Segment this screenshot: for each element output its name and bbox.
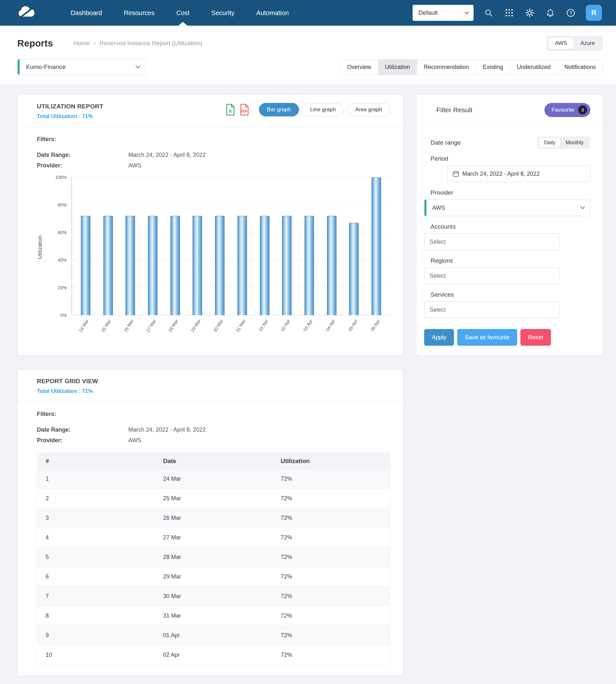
user-avatar[interactable]: R (586, 5, 602, 21)
table-cell: 72% (272, 625, 390, 645)
utilization-report-card: UTILIZATION REPORT Total Utilization : 7… (17, 94, 403, 356)
regions-select[interactable]: Select (424, 268, 559, 284)
table-header-row: #DateUtilization (37, 453, 390, 469)
nav-item-resources[interactable]: Resources (113, 0, 166, 26)
bar-graph-button[interactable]: Bar graph (259, 103, 299, 116)
chart-bar (148, 216, 157, 315)
toggle-azure[interactable]: Azure (574, 38, 601, 49)
chart-bars (72, 177, 390, 315)
accounts-select[interactable]: Select (424, 233, 559, 250)
reset-button[interactable]: Reset (521, 329, 551, 346)
chart-bar (372, 177, 381, 315)
notifications-bell-icon[interactable] (545, 7, 556, 18)
services-select[interactable]: Select (424, 301, 559, 318)
report-grid-view-card: REPORT GRID VIEW Total Utilization : 71%… (17, 369, 403, 676)
x-axis-label: 27 Mar (145, 318, 157, 333)
x-axis-label: 26 Mar (123, 318, 134, 333)
date-range-label: Date range (431, 139, 461, 146)
apply-button[interactable]: Apply (424, 329, 454, 346)
provider-value: AWS (128, 437, 141, 444)
toggle-aws[interactable]: AWS (548, 38, 573, 49)
y-tick-label: 0% (44, 313, 67, 318)
daily-button[interactable]: Daily (539, 138, 560, 148)
table-cell: 72% (272, 489, 390, 508)
table-cell: 4 (37, 528, 155, 547)
utilization-chart: Utilization 0%20%40%60%80%100% 24 Mar25 … (37, 177, 390, 343)
period-label: Period (431, 155, 590, 162)
tab-utilization[interactable]: Utilization (378, 60, 417, 75)
filters-heading: Filters: (37, 411, 390, 417)
line-graph-button[interactable]: Line graph (302, 103, 344, 116)
date-granularity-toggle: Daily Monthly (538, 137, 590, 149)
table-cell: 28 Mar (155, 547, 272, 567)
table-cell: 5 (37, 547, 155, 567)
tab-notifications[interactable]: Notifications (557, 60, 602, 75)
settings-gear-icon[interactable] (524, 7, 535, 18)
chart-bar (282, 216, 292, 315)
nav-item-dashboard[interactable]: Dashboard (60, 0, 113, 26)
report-table: #DateUtilization124 Mar72%225 Mar72%326 … (37, 453, 390, 665)
breadcrumb-home[interactable]: Home (73, 40, 90, 47)
table-cell: 10 (37, 645, 155, 664)
table-cell: 72% (272, 469, 390, 488)
table-cell: 1 (37, 469, 155, 488)
search-icon[interactable] (483, 7, 494, 18)
filters-heading: Filters: (37, 136, 390, 143)
y-tick-label: 80% (44, 202, 67, 207)
y-tick-label: 60% (44, 230, 67, 235)
date-range-value: March 24, 2022 - April 8, 2022 (128, 152, 206, 158)
area-graph-button[interactable]: Area graph (347, 103, 390, 116)
chevron-down-icon (465, 12, 469, 15)
nav-item-security[interactable]: Security (200, 0, 245, 26)
provider-label: Provider: (37, 162, 128, 169)
table-cell: 72% (272, 508, 390, 527)
breadcrumb: Home - Reserved Instance Report (Utiliza… (73, 40, 202, 47)
excel-export-icon[interactable]: X (225, 104, 235, 115)
page-header: Reports Home - Reserved Instance Report … (0, 26, 616, 85)
chevron-down-icon (580, 206, 585, 209)
breadcrumb-current: Reserved Instance Report (Utilization) (100, 40, 202, 47)
help-icon[interactable]: ? (565, 7, 576, 18)
table-row: 1002 Apr72% (37, 645, 390, 665)
tab-underutilized[interactable]: Underutilized (510, 60, 557, 75)
chart-bar (170, 216, 180, 315)
total-utilization: Total Utilization : 71% (37, 113, 103, 120)
nav-item-cost[interactable]: Cost (165, 0, 200, 26)
provider-label: Provider (431, 189, 590, 196)
table-row: 831 Mar72% (37, 606, 390, 625)
period-input[interactable]: March 24, 2022 - April 8, 2022 (447, 165, 590, 182)
chart-bar (126, 216, 135, 315)
column-header: Date (155, 453, 272, 469)
y-tick-label: 40% (44, 257, 67, 263)
x-axis-label: 25 Mar (101, 318, 112, 333)
tab-existing[interactable]: Existing (476, 60, 510, 75)
tab-recommendation[interactable]: Recommendation (417, 60, 476, 75)
x-axis-label: 24 Mar (78, 318, 90, 333)
table-cell: 72% (272, 606, 390, 625)
x-axis-label: 04 Apr (325, 318, 336, 332)
provider-select[interactable]: AWS (424, 200, 590, 216)
favourite-button[interactable]: Favourite 3 (545, 103, 590, 117)
accounts-label: Accounts (431, 223, 590, 230)
x-axis-label: 05 Apr (347, 318, 358, 332)
grid-filters-summary: Filters: Date Range: March 24, 2022 - Ap… (37, 411, 390, 444)
monthly-button[interactable]: Monthly (560, 138, 589, 148)
page-title: Reports (17, 38, 53, 49)
nav-item-automation[interactable]: Automation (245, 0, 300, 26)
table-cell: 72% (272, 547, 390, 567)
table-cell: 26 Mar (155, 508, 272, 527)
breadcrumb-separator: - (94, 40, 95, 47)
workspace-select[interactable]: Default (413, 5, 474, 21)
pdf-export-icon[interactable]: PDF (240, 104, 249, 115)
apps-grid-icon[interactable] (504, 7, 514, 18)
report-scope-select[interactable]: Kumo-Finance (17, 59, 146, 75)
table-row: 427 Mar72% (37, 528, 390, 547)
tab-overview[interactable]: Overview (340, 60, 378, 75)
brand-logo[interactable] (16, 6, 36, 20)
chart-bar (215, 216, 225, 315)
table-row: 901 Apr72% (37, 625, 390, 645)
table-cell: 72% (272, 528, 390, 547)
save-favourite-button[interactable]: Save as favourite (457, 329, 517, 346)
top-navbar: Dashboard Resources Cost Security Automa… (0, 0, 616, 26)
chart-bar (327, 216, 336, 315)
